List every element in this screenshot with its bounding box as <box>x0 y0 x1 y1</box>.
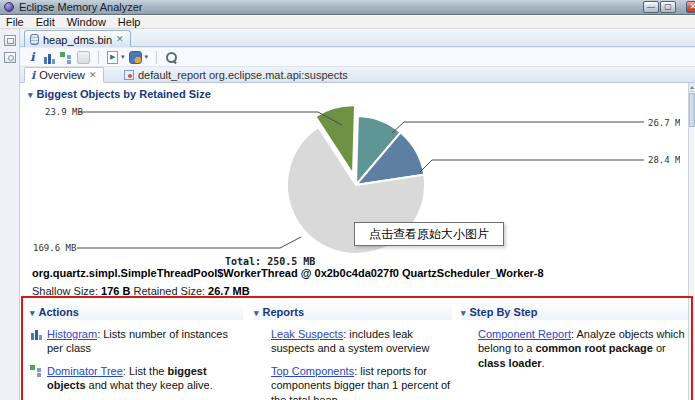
run-report-icon[interactable] <box>107 51 118 64</box>
pie-label-28-4-mb: 28.4 MB <box>648 155 680 165</box>
link-histogram[interactable]: Histogram <box>47 328 97 340</box>
selected-object-sizes: Shallow Size: 176 B Retained Size: 26.7 … <box>32 285 250 297</box>
section-header-reports[interactable]: ▾Reports <box>254 305 452 320</box>
list-item: Top Components: list reports for compone… <box>254 364 452 400</box>
section-title: Actions <box>39 306 79 318</box>
inspector-view-icon[interactable] <box>4 52 16 63</box>
collapse-triangle-icon[interactable]: ▾ <box>254 308 259 318</box>
text: and what they keep alive. <box>86 379 213 391</box>
pie-label-26-7-mb: 26.7 MB <box>648 118 680 128</box>
close-icon[interactable]: ✕ <box>89 71 97 80</box>
shallow-size-label: Shallow Size: <box>32 285 101 297</box>
toolbar-separator <box>156 51 157 64</box>
text: . <box>542 357 545 369</box>
section-header-step-by-step[interactable]: ▾Step By Step <box>461 305 689 320</box>
list-item: Leak Suspects: includes leak suspects an… <box>254 327 452 356</box>
maximize-button[interactable]: ▢ <box>660 1 676 13</box>
search-icon[interactable] <box>165 51 178 64</box>
window-title: Eclipse Memory Analyzer <box>19 1 143 13</box>
section-actions: ▾ActionsHistogram: Lists number of insta… <box>30 305 243 400</box>
heap-file-icon <box>30 34 39 45</box>
scrollbar-thumb[interactable] <box>689 93 695 127</box>
section-title: Reports <box>263 306 305 318</box>
report-tab-label: default_report org.eclipse.mat.api:suspe… <box>138 69 348 81</box>
view-tab-row: i Overview ✕ default_report org.eclipse.… <box>20 67 695 83</box>
retained-size-value: 26.7 MB <box>208 285 250 297</box>
tab-overview[interactable]: i Overview ✕ <box>24 67 104 83</box>
vertical-scrollbar[interactable] <box>688 83 695 400</box>
tab-heap-dms-bin[interactable]: heap_dms.bin ✕ <box>24 30 131 47</box>
restore-view-icon[interactable] <box>4 35 16 46</box>
shallow-size-value: 176 B <box>101 285 130 297</box>
overview-pane: ▾Biggest Objects by Retained Size 23.9 M… <box>20 83 695 400</box>
section-title: Step By Step <box>470 306 538 318</box>
section-header-actions[interactable]: ▾Actions <box>30 305 243 320</box>
chevron-down-icon[interactable]: ▾ <box>145 53 149 61</box>
pie-total-label: Total: 250.5 MB <box>225 256 315 267</box>
eclipse-logo-icon <box>4 2 14 12</box>
collapse-triangle-icon[interactable]: ▾ <box>30 308 35 318</box>
text: : List the <box>123 365 168 377</box>
link-leak-suspects[interactable]: Leak Suspects <box>271 328 343 340</box>
menu-edit[interactable]: Edit <box>30 16 61 29</box>
link-component-report[interactable]: Component Report <box>478 328 571 340</box>
eclipse-memory-analyzer-window: Eclipse Memory Analyzer — ▢ ✕ FileEditWi… <box>0 0 695 400</box>
leader-line <box>420 160 644 172</box>
workbench: heap_dms.bin ✕ ▾▾ i Overview ✕ default_r… <box>0 29 695 400</box>
leader-line <box>392 122 644 133</box>
menu-bar: FileEditWindowHelp <box>0 16 695 29</box>
retained-size-label: Retained Size: <box>130 285 208 297</box>
pie-label-23-9-mb: 23.9 MB <box>45 107 83 117</box>
editor-tab-label: heap_dms.bin <box>43 34 112 46</box>
chevron-down-icon[interactable]: ▾ <box>121 53 125 61</box>
close-button[interactable]: ✕ <box>686 1 695 13</box>
leader-line <box>77 237 301 248</box>
menu-window[interactable]: Window <box>61 16 112 29</box>
text: class loader <box>478 357 542 369</box>
info-icon[interactable] <box>26 51 39 64</box>
scroll-up-icon[interactable] <box>689 83 695 92</box>
selected-object-label: org.quartz.simpl.SimpleThreadPool$Worker… <box>32 267 544 279</box>
menu-help[interactable]: Help <box>112 16 147 29</box>
text: or <box>653 342 666 354</box>
tab-default-report[interactable]: default_report org.eclipse.mat.api:suspe… <box>118 67 354 83</box>
toolbar-separator <box>98 51 99 64</box>
overview-tab-label: Overview <box>39 69 85 81</box>
minimize-button[interactable]: — <box>643 1 659 13</box>
query-browser-icon[interactable] <box>129 51 142 64</box>
histogram-icon[interactable] <box>43 51 56 64</box>
collapse-triangle-icon[interactable]: ▾ <box>461 308 466 318</box>
pie-label-169-6-mb: 169.6 MB <box>33 243 76 253</box>
link-dominator-tree[interactable]: Dominator Tree <box>47 365 123 377</box>
dominator-tree-icon <box>30 364 43 377</box>
title-bar[interactable]: Eclipse Memory Analyzer — ▢ ✕ <box>0 0 695 15</box>
oql-icon[interactable] <box>77 51 90 64</box>
section-step-by-step: ▾Step By StepComponent Report: Analyze o… <box>461 305 689 378</box>
leader-line <box>78 112 342 125</box>
list-item: Histogram: Lists number of instances per… <box>30 327 243 356</box>
report-icon <box>124 70 134 80</box>
retained-size-pie-chart: 23.9 MB26.7 MB28.4 MB169.6 MBTotal: 250.… <box>20 99 680 271</box>
text: common root package <box>536 342 653 354</box>
image-tooltip: 点击查看原始大小图片 <box>354 222 504 246</box>
editor-toolbar: ▾▾ <box>20 48 695 67</box>
list-item: Component Report: Analyze objects which … <box>461 327 689 371</box>
editor-tab-row: heap_dms.bin ✕ <box>20 29 695 47</box>
link-top-components[interactable]: Top Components <box>271 365 354 377</box>
minimized-view-bar <box>0 29 20 400</box>
dominator-tree-icon[interactable] <box>60 51 73 64</box>
menu-file[interactable]: File <box>0 16 30 29</box>
close-icon[interactable]: ✕ <box>116 35 124 44</box>
list-item: Dominator Tree: List the biggest objects… <box>30 364 243 393</box>
section-reports: ▾ReportsLeak Suspects: includes leak sus… <box>254 305 452 400</box>
overview-icon: i <box>31 69 35 82</box>
histogram-icon <box>30 327 43 340</box>
